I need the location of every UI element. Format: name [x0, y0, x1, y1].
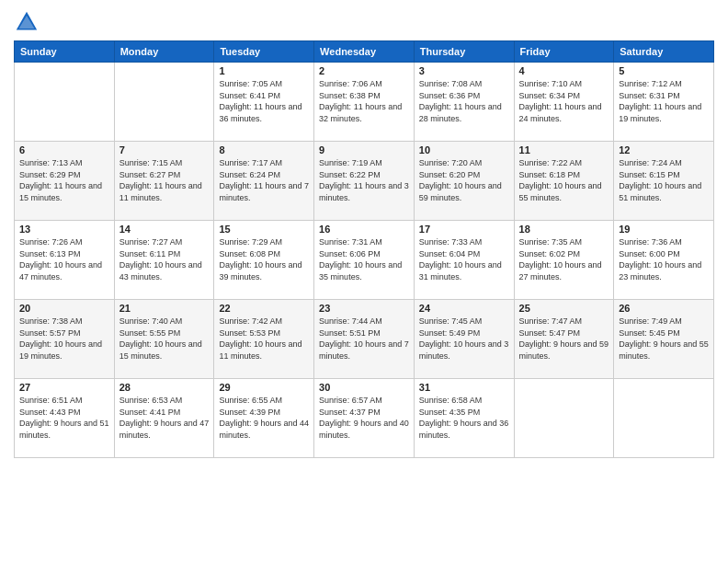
day-info: Sunrise: 7:17 AM Sunset: 6:24 PM Dayligh… — [219, 157, 309, 203]
day-info: Sunrise: 7:05 AM Sunset: 6:41 PM Dayligh… — [219, 78, 309, 124]
day-info: Sunrise: 6:58 AM Sunset: 4:35 PM Dayligh… — [419, 395, 509, 441]
logo — [14, 9, 43, 35]
calendar-cell: 7Sunrise: 7:15 AM Sunset: 6:27 PM Daylig… — [114, 142, 214, 221]
page: SundayMondayTuesdayWednesdayThursdayFrid… — [0, 0, 728, 563]
day-number: 26 — [619, 303, 709, 314]
day-number: 17 — [419, 224, 509, 235]
calendar-header-thursday: Thursday — [414, 41, 514, 63]
day-info: Sunrise: 7:47 AM Sunset: 5:47 PM Dayligh… — [519, 316, 609, 362]
day-number: 31 — [419, 382, 509, 393]
day-number: 3 — [419, 65, 509, 76]
day-number: 13 — [19, 224, 109, 235]
day-number: 29 — [219, 382, 309, 393]
day-info: Sunrise: 7:33 AM Sunset: 6:04 PM Dayligh… — [419, 236, 509, 282]
calendar-cell: 8Sunrise: 7:17 AM Sunset: 6:24 PM Daylig… — [214, 142, 314, 221]
calendar-header-row: SundayMondayTuesdayWednesdayThursdayFrid… — [15, 41, 714, 63]
calendar-header-monday: Monday — [114, 41, 214, 63]
day-number: 25 — [519, 303, 609, 314]
calendar-cell: 5Sunrise: 7:12 AM Sunset: 6:31 PM Daylig… — [614, 63, 714, 142]
day-info: Sunrise: 7:15 AM Sunset: 6:27 PM Dayligh… — [119, 157, 210, 203]
day-number: 7 — [119, 144, 210, 155]
calendar-cell: 15Sunrise: 7:29 AM Sunset: 6:08 PM Dayli… — [214, 221, 314, 300]
day-number: 30 — [319, 382, 409, 393]
calendar-cell — [15, 63, 115, 142]
day-info: Sunrise: 7:38 AM Sunset: 5:57 PM Dayligh… — [19, 316, 109, 362]
day-info: Sunrise: 7:42 AM Sunset: 5:53 PM Dayligh… — [219, 316, 309, 362]
calendar-week-row: 13Sunrise: 7:26 AM Sunset: 6:13 PM Dayli… — [15, 221, 714, 300]
calendar-cell: 26Sunrise: 7:49 AM Sunset: 5:45 PM Dayli… — [614, 300, 714, 379]
calendar-cell: 9Sunrise: 7:19 AM Sunset: 6:22 PM Daylig… — [314, 142, 415, 221]
day-number: 5 — [619, 65, 709, 76]
day-number: 14 — [119, 224, 210, 235]
day-info: Sunrise: 7:22 AM Sunset: 6:18 PM Dayligh… — [519, 157, 609, 203]
calendar-cell: 23Sunrise: 7:44 AM Sunset: 5:51 PM Dayli… — [314, 300, 415, 379]
calendar-header-tuesday: Tuesday — [214, 41, 314, 63]
calendar-cell: 30Sunrise: 6:57 AM Sunset: 4:37 PM Dayli… — [314, 379, 415, 458]
day-info: Sunrise: 7:12 AM Sunset: 6:31 PM Dayligh… — [619, 78, 709, 124]
day-info: Sunrise: 6:53 AM Sunset: 4:41 PM Dayligh… — [119, 395, 210, 441]
day-number: 1 — [219, 65, 309, 76]
calendar-cell: 3Sunrise: 7:08 AM Sunset: 6:36 PM Daylig… — [414, 63, 514, 142]
logo-icon — [14, 9, 40, 35]
calendar-cell: 21Sunrise: 7:40 AM Sunset: 5:55 PM Dayli… — [114, 300, 214, 379]
day-number: 21 — [119, 303, 210, 314]
day-number: 20 — [19, 303, 109, 314]
calendar-header-saturday: Saturday — [614, 41, 714, 63]
day-number: 6 — [19, 144, 109, 155]
calendar-header-wednesday: Wednesday — [314, 41, 415, 63]
calendar-cell: 25Sunrise: 7:47 AM Sunset: 5:47 PM Dayli… — [514, 300, 614, 379]
day-info: Sunrise: 7:27 AM Sunset: 6:11 PM Dayligh… — [119, 236, 210, 282]
day-number: 24 — [419, 303, 509, 314]
day-number: 4 — [519, 65, 609, 76]
day-info: Sunrise: 6:51 AM Sunset: 4:43 PM Dayligh… — [19, 395, 109, 441]
calendar-cell: 6Sunrise: 7:13 AM Sunset: 6:29 PM Daylig… — [15, 142, 115, 221]
calendar-cell — [614, 379, 714, 458]
day-number: 11 — [519, 144, 609, 155]
day-number: 23 — [319, 303, 409, 314]
calendar-cell: 24Sunrise: 7:45 AM Sunset: 5:49 PM Dayli… — [414, 300, 514, 379]
day-info: Sunrise: 6:55 AM Sunset: 4:39 PM Dayligh… — [219, 395, 309, 441]
calendar-week-row: 1Sunrise: 7:05 AM Sunset: 6:41 PM Daylig… — [15, 63, 714, 142]
calendar-cell: 10Sunrise: 7:20 AM Sunset: 6:20 PM Dayli… — [414, 142, 514, 221]
day-info: Sunrise: 7:35 AM Sunset: 6:02 PM Dayligh… — [519, 236, 609, 282]
calendar-header-friday: Friday — [514, 41, 614, 63]
day-info: Sunrise: 7:26 AM Sunset: 6:13 PM Dayligh… — [19, 236, 109, 282]
day-number: 12 — [619, 144, 709, 155]
day-info: Sunrise: 7:40 AM Sunset: 5:55 PM Dayligh… — [119, 316, 210, 362]
day-number: 15 — [219, 224, 309, 235]
calendar-cell: 14Sunrise: 7:27 AM Sunset: 6:11 PM Dayli… — [114, 221, 214, 300]
calendar-week-row: 20Sunrise: 7:38 AM Sunset: 5:57 PM Dayli… — [15, 300, 714, 379]
calendar-cell: 13Sunrise: 7:26 AM Sunset: 6:13 PM Dayli… — [15, 221, 115, 300]
day-number: 9 — [319, 144, 409, 155]
calendar-table: SundayMondayTuesdayWednesdayThursdayFrid… — [14, 40, 714, 458]
day-number: 22 — [219, 303, 309, 314]
day-info: Sunrise: 7:44 AM Sunset: 5:51 PM Dayligh… — [319, 316, 409, 362]
day-info: Sunrise: 6:57 AM Sunset: 4:37 PM Dayligh… — [319, 395, 409, 441]
day-number: 8 — [219, 144, 309, 155]
header — [14, 9, 714, 35]
day-info: Sunrise: 7:31 AM Sunset: 6:06 PM Dayligh… — [319, 236, 409, 282]
day-number: 2 — [319, 65, 409, 76]
day-info: Sunrise: 7:20 AM Sunset: 6:20 PM Dayligh… — [419, 157, 509, 203]
day-number: 10 — [419, 144, 509, 155]
day-number: 19 — [619, 224, 709, 235]
day-info: Sunrise: 7:13 AM Sunset: 6:29 PM Dayligh… — [19, 157, 109, 203]
calendar-header-sunday: Sunday — [15, 41, 115, 63]
calendar-cell: 22Sunrise: 7:42 AM Sunset: 5:53 PM Dayli… — [214, 300, 314, 379]
day-number: 27 — [19, 382, 109, 393]
calendar-cell — [114, 63, 214, 142]
calendar-cell — [514, 379, 614, 458]
calendar-cell: 17Sunrise: 7:33 AM Sunset: 6:04 PM Dayli… — [414, 221, 514, 300]
calendar-cell: 2Sunrise: 7:06 AM Sunset: 6:38 PM Daylig… — [314, 63, 415, 142]
calendar-cell: 27Sunrise: 6:51 AM Sunset: 4:43 PM Dayli… — [15, 379, 115, 458]
calendar-cell: 19Sunrise: 7:36 AM Sunset: 6:00 PM Dayli… — [614, 221, 714, 300]
day-info: Sunrise: 7:10 AM Sunset: 6:34 PM Dayligh… — [519, 78, 609, 124]
day-info: Sunrise: 7:36 AM Sunset: 6:00 PM Dayligh… — [619, 236, 709, 282]
calendar-cell: 31Sunrise: 6:58 AM Sunset: 4:35 PM Dayli… — [414, 379, 514, 458]
calendar-cell: 11Sunrise: 7:22 AM Sunset: 6:18 PM Dayli… — [514, 142, 614, 221]
calendar-cell: 18Sunrise: 7:35 AM Sunset: 6:02 PM Dayli… — [514, 221, 614, 300]
calendar-cell: 4Sunrise: 7:10 AM Sunset: 6:34 PM Daylig… — [514, 63, 614, 142]
day-info: Sunrise: 7:19 AM Sunset: 6:22 PM Dayligh… — [319, 157, 409, 203]
day-info: Sunrise: 7:29 AM Sunset: 6:08 PM Dayligh… — [219, 236, 309, 282]
calendar-week-row: 27Sunrise: 6:51 AM Sunset: 4:43 PM Dayli… — [15, 379, 714, 458]
